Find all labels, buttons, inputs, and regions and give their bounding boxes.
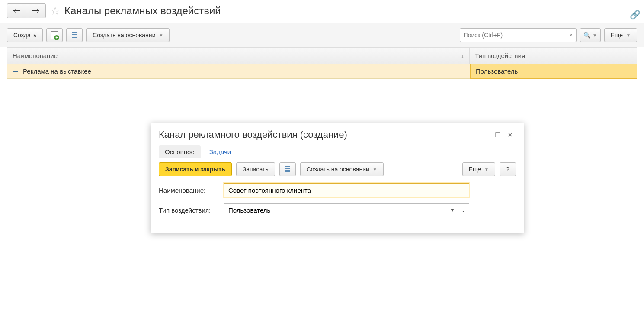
favorite-star-icon[interactable]: ☆ <box>50 4 60 18</box>
page-title: Каналы рекламных воздействий <box>64 5 221 17</box>
type-label: Тип воздействия: <box>159 207 224 214</box>
search-clear-button[interactable]: × <box>566 29 576 42</box>
name-label: Наименование: <box>159 187 224 194</box>
tab-main[interactable]: Основное <box>159 145 201 158</box>
list-icon <box>72 32 77 38</box>
cell-text: Реклама на выставкее <box>23 68 91 75</box>
back-button[interactable]: 🡐 <box>7 4 26 18</box>
column-header-type[interactable]: Тип воздействия <box>470 48 637 64</box>
chevron-down-icon: ▼ <box>484 167 489 172</box>
more-label: Еще <box>611 32 623 39</box>
cell-name: Реклама на выставкее <box>7 64 471 78</box>
form-row-type: Тип воздействия: ▼ ... <box>159 203 516 217</box>
chevron-down-icon: ▼ <box>450 207 455 213</box>
nav-group: 🡐 🡒 <box>7 3 46 18</box>
chevron-down-icon: ▼ <box>373 167 377 172</box>
search-icon: 🔍 <box>583 32 591 39</box>
forward-button[interactable]: 🡒 <box>26 4 45 18</box>
dialog-maximize-icon[interactable]: ☐ <box>492 131 504 139</box>
type-lookup-button[interactable]: ... <box>458 203 469 217</box>
save-button[interactable]: Записать <box>236 162 275 176</box>
chevron-down-icon: ▼ <box>626 33 631 38</box>
main-toolbar: Создать Создать на основании ▼ × 🔍 ▼ Еще… <box>0 23 644 47</box>
link-icon[interactable]: 🔗 <box>630 10 641 20</box>
column-label: Тип воздействия <box>475 52 525 59</box>
search-input[interactable] <box>460 32 566 39</box>
page-header: 🡐 🡒 ☆ Каналы рекламных воздействий 🔗 <box>0 0 644 18</box>
dialog-toolbar: Записать и закрыть Записать Создать на о… <box>151 158 524 181</box>
data-table: Наименование ↓ Тип воздействия Реклама н… <box>7 47 637 79</box>
chevron-down-icon: ▼ <box>159 33 163 38</box>
create-based-on-button[interactable]: Создать на основании ▼ <box>86 28 170 42</box>
form-row-name: Наименование: <box>159 183 516 197</box>
more-button[interactable]: Еще ▼ <box>604 28 637 42</box>
row-item-icon <box>13 71 18 72</box>
dialog-form: Наименование: Тип воздействия: ▼ ... <box>151 181 524 233</box>
cell-type: Пользователь <box>470 64 637 79</box>
sort-icon: ↓ <box>461 52 464 59</box>
search-box: × <box>460 28 577 42</box>
column-header-name[interactable]: Наименование ↓ <box>7 48 470 64</box>
table-header: Наименование ↓ Тип воздействия <box>7 48 637 64</box>
create-button[interactable]: Создать <box>7 28 43 42</box>
create-based-on-label: Создать на основании <box>93 32 155 39</box>
dialog-tabs: Основное Задачи <box>151 144 524 158</box>
dialog-header: Канал рекламного воздействия (создание) … <box>151 123 524 144</box>
list-button[interactable] <box>279 162 296 176</box>
table-row[interactable]: Реклама на выставкее Пользователь <box>7 64 637 79</box>
column-label: Наименование <box>13 52 58 59</box>
create-dialog: Канал рекламного воздействия (создание) … <box>151 123 524 233</box>
list-button[interactable] <box>66 28 83 42</box>
tab-tasks[interactable]: Задачи <box>203 145 237 158</box>
search-button[interactable]: 🔍 ▼ <box>580 28 601 42</box>
dialog-close-icon[interactable]: ✕ <box>504 131 516 139</box>
help-button[interactable]: ? <box>500 162 516 176</box>
cell-text: Пользователь <box>476 68 518 75</box>
name-input[interactable] <box>224 183 469 197</box>
dialog-create-based-on-button[interactable]: Создать на основании ▼ <box>300 162 384 176</box>
label: Создать на основании <box>307 166 369 173</box>
document-plus-icon <box>51 31 58 39</box>
dialog-title: Канал рекламного воздействия (создание) <box>159 129 492 140</box>
type-input[interactable] <box>224 203 447 217</box>
label: Еще <box>469 166 481 173</box>
create-copy-button[interactable] <box>46 28 63 42</box>
chevron-down-icon: ▼ <box>593 33 597 38</box>
save-close-button[interactable]: Записать и закрыть <box>159 162 232 176</box>
type-dropdown-button[interactable]: ▼ <box>447 203 458 217</box>
type-select: ▼ ... <box>224 203 469 217</box>
dialog-more-button[interactable]: Еще ▼ <box>462 162 495 176</box>
list-icon <box>285 166 290 172</box>
